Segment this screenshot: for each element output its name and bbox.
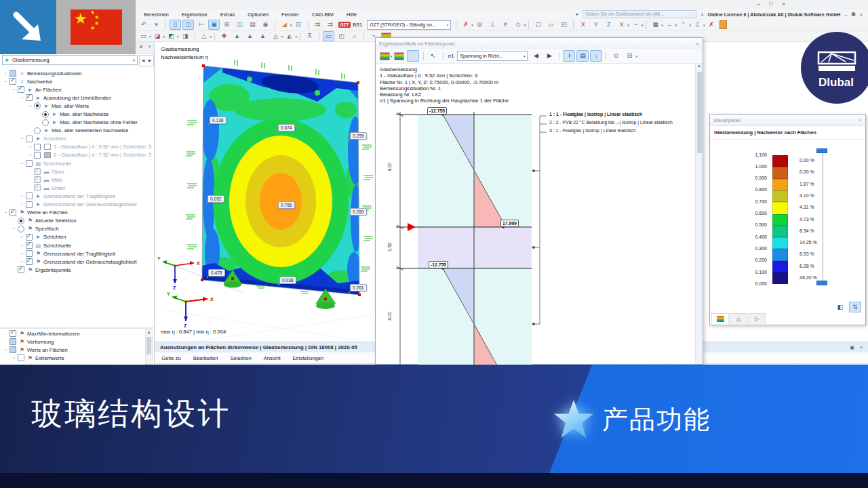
navigator-module-combo[interactable]: ► Glasbemessung ▾ (2, 55, 138, 65)
undo-dropdown-icon[interactable]: ▾ (151, 20, 162, 30)
mesh-quality-dropdown-icon[interactable]: ▾ (296, 35, 298, 39)
refine-mesh-icon[interactable]: ◬ (270, 31, 281, 41)
close-icon[interactable]: × (696, 41, 699, 47)
checkbox[interactable] (9, 338, 16, 345)
print-preview-icon[interactable]: ◫ (234, 20, 245, 30)
checkbox[interactable] (9, 209, 16, 216)
radio[interactable] (42, 111, 49, 118)
filter-results-dropdown-icon[interactable]: ▾ (471, 23, 473, 27)
tree-item[interactable]: ►Max. aller selektierten Nachweise (1, 127, 145, 135)
viewport-menu-selektion[interactable]: Selektion (230, 355, 251, 361)
arrow-tool-dropdown-icon[interactable]: ▾ (675, 23, 677, 27)
checkbox[interactable] (9, 70, 16, 77)
snap-target-icon[interactable]: ◎ (474, 20, 486, 30)
prev-result-icon[interactable]: ◀ (530, 50, 542, 62)
refine-mesh-dropdown-icon[interactable]: ▾ (281, 35, 283, 39)
expand-icon[interactable]: › (3, 347, 8, 353)
pager-right-icon[interactable]: ▶ (146, 56, 153, 66)
new-solid-dropdown-icon[interactable]: ▾ (177, 35, 179, 39)
menu-berechnen[interactable]: Berechnen (142, 11, 170, 18)
checkbox[interactable] (18, 266, 24, 273)
tree-item[interactable]: ›►Schichten (1, 233, 145, 241)
tree-item[interactable]: ›»Bemessungssituationen (1, 69, 145, 77)
result-type-combo[interactable]: Spannung in Richt...▾ (457, 51, 528, 61)
dock-close-icon[interactable]: × (860, 345, 863, 350)
tree-scrollbar[interactable]: ▲ (145, 329, 153, 365)
mesh-settings-dropdown-icon[interactable]: ▾ (210, 35, 212, 39)
search-expand-icon[interactable]: ▸ (576, 12, 579, 17)
viewport-menu-bearbeiten[interactable]: Bearbeiten (193, 355, 218, 361)
menu-extras[interactable]: Extras (219, 11, 237, 18)
layer-list-icon[interactable]: ▤ (576, 50, 589, 62)
visibility-dropdown-icon[interactable]: ▾ (661, 23, 663, 27)
expand-icon[interactable]: › (27, 144, 33, 149)
work-plane-icon[interactable]: ⊢ (195, 20, 207, 30)
checkbox[interactable] (26, 160, 33, 167)
scale-slider-handle-min[interactable] (816, 281, 827, 285)
navigator-splitter[interactable] (0, 327, 154, 329)
view-custom-dropdown-icon[interactable]: ▾ (627, 23, 629, 27)
result-surface-icon[interactable] (380, 52, 390, 60)
section-icon[interactable]: ▱ (545, 20, 557, 30)
tree-item[interactable]: ►Max. aller Nachweise (1, 110, 145, 118)
expand-icon[interactable]: › (20, 136, 24, 142)
table-grid-icon[interactable]: ◫ (182, 20, 194, 30)
mesh-1-icon[interactable]: ▲ (231, 31, 243, 41)
clipping-icon[interactable]: ▯ (692, 20, 703, 30)
mesh-2-icon[interactable]: ▲ (244, 31, 256, 41)
checkbox[interactable] (26, 258, 33, 265)
tree-item[interactable]: ›⚑Extremwerte (1, 354, 144, 362)
new-model-icon[interactable]: ▭ (138, 31, 149, 41)
menu-ergebnisse[interactable]: Ergebnisse (180, 11, 209, 18)
results-diagram-icon[interactable]: ~ (630, 20, 642, 30)
tree-item[interactable]: ›▤Schichtseite (1, 241, 145, 249)
camera-icon[interactable]: ⊙ (610, 50, 622, 62)
new-solid-icon[interactable]: ◩ (165, 31, 177, 41)
expand-icon[interactable]: › (12, 226, 16, 232)
tree-item[interactable]: ›⚑Grenzzustand der Tragfähigkeit (1, 249, 145, 258)
keyword-search-input[interactable]: Geben Sie ein Schlüsselwort ein (Alt... (583, 10, 696, 18)
tree-item[interactable]: ›⚑Grenzzustand der Gebrauchstauglichkeit (1, 258, 145, 266)
checkbox[interactable] (18, 86, 24, 93)
tree-item[interactable]: ⚑Max/Min-Informationen (1, 329, 144, 338)
printer-icon[interactable]: ⊟ (623, 50, 635, 62)
tree-item[interactable]: ›1 - Glasaufbau | d : 9.52 mm | Schichte… (1, 143, 145, 151)
expand-icon[interactable]: › (3, 71, 9, 76)
tree-item[interactable]: ⚑Verformung (1, 338, 144, 346)
loadcase-combo[interactable]: GZT (STR/GEO) - Ständig un...▾ (367, 20, 451, 30)
object-snap-dropdown-icon[interactable]: ▾ (524, 23, 526, 27)
checkbox[interactable] (26, 201, 33, 208)
tree-item[interactable]: ›⚑Werte an Flächen (1, 209, 145, 217)
tree-item[interactable]: ►Max. aller Nachweise ohne Fehler (1, 119, 145, 127)
expand-icon[interactable]: › (19, 235, 25, 239)
mesh-quality-icon[interactable]: ◭ (284, 31, 296, 41)
expand-icon[interactable]: › (28, 103, 33, 109)
tree-item[interactable]: ▬Mitte (1, 176, 145, 184)
visual-objects-dropdown-icon[interactable]: ▾ (290, 23, 292, 27)
delete-results-icon[interactable]: ✗ (705, 20, 717, 30)
checkbox[interactable] (34, 184, 41, 191)
arrow-tool-icon[interactable]: → (664, 20, 675, 30)
checkbox[interactable] (9, 330, 16, 337)
view-y-icon[interactable]: Y (590, 20, 601, 30)
view-custom-icon[interactable]: X (616, 20, 627, 30)
tree-item[interactable]: ›►Ausnutzung der Umhüllenden (1, 94, 145, 102)
result-surface-dropdown-icon[interactable]: ▾ (391, 54, 393, 58)
scroll-up-icon[interactable]: ▲ (146, 330, 152, 334)
tree-item[interactable]: ▬Oben (1, 167, 145, 176)
viewport-menu-einstellungen[interactable]: Einstellungen (293, 355, 324, 361)
checkbox[interactable] (26, 136, 33, 142)
next-result-icon[interactable]: ▶ (543, 50, 555, 62)
tab-color-scale[interactable] (711, 313, 729, 324)
filter-results-icon[interactable]: ✗ (460, 20, 471, 30)
tables-icon[interactable]: ▤ (247, 20, 258, 30)
navigator-close-icon[interactable]: × (148, 43, 151, 49)
tree-item[interactable]: ›2 - Glasaufbau | d : 7.52 mm | Schichte… (1, 151, 145, 159)
tree-item[interactable]: ⚑Aktuelle Selektion (1, 217, 145, 225)
tree-item[interactable]: ▬Unten (1, 184, 145, 192)
supports-display-icon[interactable]: ⊥ (487, 20, 498, 30)
results-on-icon[interactable]: ▭ (323, 31, 334, 41)
render-mode-icon[interactable]: ◉ (260, 20, 271, 30)
printer-dropdown-icon[interactable]: ▾ (635, 54, 637, 58)
radio[interactable] (34, 127, 41, 134)
